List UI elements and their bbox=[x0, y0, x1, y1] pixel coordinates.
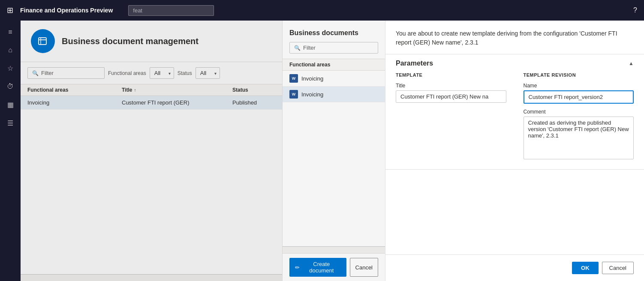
panel-description: You are about to create new template der… bbox=[385, 21, 644, 54]
favorites-icon[interactable]: ☆ bbox=[3, 60, 18, 77]
cancel-button[interactable]: Cancel bbox=[350, 258, 378, 277]
create-document-button[interactable]: ✏ Create document bbox=[289, 258, 346, 277]
middle-panel-title: Business documents bbox=[283, 21, 385, 42]
left-panel: Business document management 🔍 Filter Fu… bbox=[21, 21, 282, 281]
col-functional-header: Functional areas bbox=[27, 87, 122, 93]
status-select-wrapper: All bbox=[196, 67, 220, 79]
left-sidebar: ≡ ⌂ ☆ ⏱ ▦ ☰ bbox=[0, 21, 21, 281]
cell-status: Published bbox=[232, 99, 275, 106]
col-title-header: Title ↑ bbox=[122, 87, 232, 93]
table-header: Functional areas Title ↑ Status bbox=[21, 84, 282, 96]
pencil-icon: ✏ bbox=[295, 264, 300, 271]
recent-icon[interactable]: ⏱ bbox=[3, 78, 18, 95]
waffle-menu-icon[interactable]: ⊞ bbox=[7, 6, 13, 15]
list-item-label: Invoicing bbox=[301, 75, 323, 82]
status-label: Status bbox=[178, 70, 192, 76]
name-field-label: Name bbox=[524, 83, 634, 89]
middle-panel: Business documents 🔍 Filter Functional a… bbox=[282, 21, 385, 281]
app-title: Finance and Operations Preview bbox=[20, 7, 113, 14]
right-panel-footer: OK Cancel bbox=[385, 254, 644, 281]
home-icon[interactable]: ⌂ bbox=[4, 42, 17, 58]
word-icon: W bbox=[289, 74, 298, 83]
right-panel: You are about to create new template der… bbox=[385, 21, 644, 281]
cell-title: Customer FTI report (GER) bbox=[122, 99, 232, 106]
template-column: TEMPLATE Title bbox=[396, 72, 506, 161]
params-title: Parameters bbox=[396, 60, 433, 67]
list-item-label-selected: Invoicing bbox=[301, 91, 323, 98]
filter-row: 🔍 Filter Functional areas All Status All bbox=[21, 62, 282, 84]
sort-arrow-icon[interactable]: ↑ bbox=[134, 88, 136, 93]
middle-actions: ✏ Create document Cancel bbox=[283, 253, 385, 281]
template-revision-section-label: TEMPLATE REVISION bbox=[524, 72, 634, 78]
cancel-right-button[interactable]: Cancel bbox=[602, 262, 634, 274]
name-input[interactable] bbox=[524, 90, 634, 104]
page-title: Business document management bbox=[62, 36, 199, 46]
functional-areas-label: Functional areas bbox=[108, 70, 146, 76]
ok-button[interactable]: OK bbox=[572, 262, 599, 274]
word-icon-selected: W bbox=[289, 90, 298, 99]
help-icon[interactable]: ? bbox=[633, 6, 637, 14]
status-select[interactable]: All bbox=[196, 67, 220, 79]
bottom-scrollbar[interactable] bbox=[21, 274, 282, 281]
workspaces-icon[interactable]: ▦ bbox=[3, 96, 18, 113]
global-search-input[interactable] bbox=[128, 5, 214, 16]
main-content: Business document management 🔍 Filter Fu… bbox=[21, 21, 644, 281]
cell-functional: Invoicing bbox=[27, 99, 122, 106]
middle-bottom: ✏ Create document Cancel bbox=[283, 246, 385, 281]
top-navigation: ⊞ Finance and Operations Preview ? bbox=[0, 0, 644, 21]
functional-areas-select-wrapper: All bbox=[150, 67, 174, 79]
middle-scrollbar[interactable] bbox=[283, 246, 385, 253]
modules-icon[interactable]: ☰ bbox=[3, 115, 18, 132]
comment-field-label: Comment bbox=[524, 109, 634, 115]
search-icon: 🔍 bbox=[32, 70, 39, 76]
params-section: Parameters ▲ TEMPLATE Title TEMPLATE REV… bbox=[385, 54, 644, 170]
filter-placeholder: Filter bbox=[41, 70, 54, 76]
title-field-label: Title bbox=[396, 83, 506, 89]
middle-filter-input[interactable]: 🔍 Filter bbox=[289, 42, 378, 54]
chevron-up-icon: ▲ bbox=[629, 60, 634, 66]
search-icon-middle: 🔍 bbox=[294, 45, 301, 51]
params-body: TEMPLATE Title TEMPLATE REVISION Name Co… bbox=[385, 72, 644, 169]
col-status-header: Status bbox=[232, 87, 275, 93]
filter-input-box[interactable]: 🔍 Filter bbox=[27, 67, 105, 79]
title-input[interactable] bbox=[396, 90, 506, 103]
left-panel-header: Business document management bbox=[21, 21, 282, 62]
list-item-selected[interactable]: W Invoicing bbox=[283, 87, 385, 102]
hamburger-icon[interactable]: ≡ bbox=[4, 24, 16, 40]
module-icon bbox=[31, 29, 55, 53]
template-revision-column: TEMPLATE REVISION Name Comment Created a… bbox=[524, 72, 634, 161]
list-item[interactable]: W Invoicing bbox=[283, 71, 385, 87]
functional-areas-select[interactable]: All bbox=[150, 67, 174, 79]
template-section-label: TEMPLATE bbox=[396, 72, 506, 78]
comment-textarea[interactable]: Created as deriving the published versio… bbox=[524, 117, 634, 159]
params-header[interactable]: Parameters ▲ bbox=[385, 54, 644, 72]
table-row[interactable]: Invoicing Customer FTI report (GER) Publ… bbox=[21, 96, 282, 110]
middle-filter-placeholder: Filter bbox=[303, 45, 316, 51]
svg-rect-0 bbox=[39, 38, 46, 45]
middle-col-header: Functional areas bbox=[283, 59, 385, 71]
